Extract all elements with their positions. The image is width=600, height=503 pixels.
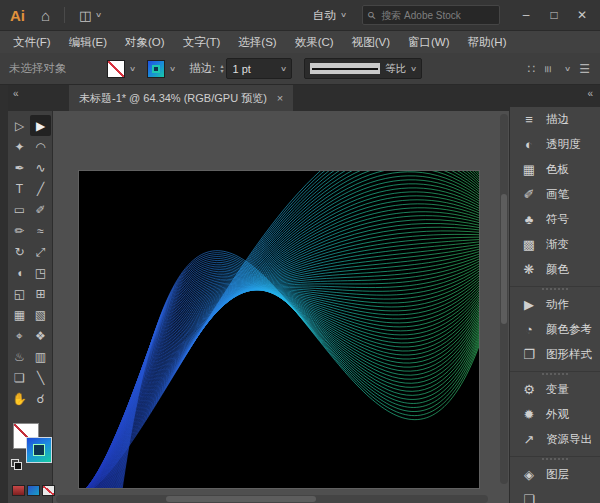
- curvature-tool[interactable]: ∿: [30, 157, 51, 178]
- minimize-button[interactable]: –: [512, 2, 540, 28]
- vertical-scrollbar-thumb[interactable]: [501, 194, 507, 324]
- selection-status: 未选择对象: [9, 61, 95, 76]
- panel-item-stroke[interactable]: ≡描边: [510, 107, 600, 132]
- stroke-weight-stepper[interactable]: ▴ ▾: [220, 64, 223, 74]
- panel-menu-icon[interactable]: ☰: [579, 62, 590, 76]
- rectangle-tool[interactable]: ▭: [9, 199, 30, 220]
- menu-item-8[interactable]: 帮助(H): [459, 31, 516, 53]
- panel-item-color[interactable]: ❋颜色: [510, 257, 600, 282]
- stroke-profile-dropdown[interactable]: 等比 ∨: [304, 58, 422, 79]
- default-fill-stroke-icon[interactable]: [11, 459, 22, 470]
- gradient-button[interactable]: [27, 485, 40, 496]
- menu-item-7[interactable]: 窗口(W): [399, 31, 459, 53]
- panel-item-transparency[interactable]: ◐透明度: [510, 132, 600, 157]
- menu-item-6[interactable]: 视图(V): [343, 31, 399, 53]
- panel-item-asset-export[interactable]: ↗资源导出: [510, 427, 600, 452]
- panel-item-gradient[interactable]: ▩渐变: [510, 232, 600, 257]
- stroke-color-swatch[interactable]: [147, 60, 165, 78]
- slice-tool[interactable]: ╲: [30, 367, 51, 388]
- panel-group-divider: [510, 282, 600, 292]
- chevron-down-icon[interactable]: ∨: [564, 65, 571, 73]
- panel-item-symbols[interactable]: ♣符号: [510, 207, 600, 232]
- scale-tool[interactable]: ⤢: [30, 241, 51, 262]
- blend-tool[interactable]: ❖: [30, 325, 51, 346]
- panel-item-label: 图层: [546, 467, 569, 482]
- paintbrush-tool[interactable]: ✐: [30, 199, 51, 220]
- line-segment-tool[interactable]: ╱: [30, 178, 51, 199]
- canvas-pasteboard[interactable]: [53, 111, 509, 503]
- selection-tool[interactable]: ▷: [9, 115, 30, 136]
- transform-icon[interactable]: ∷: [527, 62, 535, 76]
- mesh-tool[interactable]: ▦: [9, 304, 30, 325]
- magic-wand-tool[interactable]: ✦: [9, 136, 30, 157]
- pencil-tool[interactable]: ✏: [9, 220, 30, 241]
- fill-color-swatch[interactable]: [107, 60, 125, 78]
- search-input[interactable]: [379, 9, 494, 22]
- panel-item-swatches[interactable]: ▦色板: [510, 157, 600, 182]
- close-button[interactable]: ✕: [568, 2, 596, 28]
- menu-item-4[interactable]: 选择(S): [229, 31, 285, 53]
- menu-item-2[interactable]: 对象(O): [116, 31, 174, 53]
- workspace-switcher[interactable]: 自动 ∨: [313, 8, 346, 23]
- zoom-tool[interactable]: ☌: [30, 388, 51, 409]
- panel-item-brushes[interactable]: ✐画笔: [510, 182, 600, 207]
- direct-selection-tool[interactable]: ▶: [30, 115, 51, 136]
- gradient-tool[interactable]: ▧: [30, 304, 51, 325]
- panel-item-graphic-styles[interactable]: ❐图形样式: [510, 342, 600, 367]
- panel-item-label: 动作: [546, 297, 569, 312]
- stock-search-box[interactable]: ⚲: [362, 5, 500, 25]
- menu-item-3[interactable]: 文字(T): [174, 31, 230, 53]
- tab-close-icon[interactable]: ×: [277, 92, 283, 104]
- panel-item-color-guide[interactable]: ◔颜色参考: [510, 317, 600, 342]
- home-icon[interactable]: ⌂: [41, 7, 50, 24]
- panel-item-layers[interactable]: ◈图层: [510, 462, 600, 487]
- arrange-documents-icon[interactable]: ◫: [79, 8, 91, 23]
- width-tool[interactable]: ◖: [9, 262, 30, 283]
- chevron-down-icon[interactable]: ∨: [280, 65, 287, 73]
- shaper-tool[interactable]: ≈: [30, 220, 51, 241]
- horizontal-scrollbar[interactable]: [56, 495, 488, 503]
- panel-item-artboards-partial[interactable]: ❏: [510, 487, 600, 503]
- panel-dock-collapse-button[interactable]: «: [510, 85, 600, 107]
- rotate-tool[interactable]: ↻: [9, 241, 30, 262]
- chevron-down-icon[interactable]: ∨: [95, 11, 102, 19]
- vertical-scrollbar[interactable]: [500, 114, 508, 484]
- artboard-tool[interactable]: ❏: [9, 367, 30, 388]
- symbol-sprayer-tool[interactable]: ♨: [9, 346, 30, 367]
- document-tab[interactable]: 未标题-1* @ 64.34% (RGB/GPU 预览) ×: [69, 85, 293, 111]
- eyedropper-tool[interactable]: ⌖: [9, 325, 30, 346]
- column-graph-tool[interactable]: ▥: [30, 346, 51, 367]
- horizontal-scrollbar-thumb[interactable]: [166, 496, 316, 502]
- brushes-icon: ✐: [521, 187, 537, 202]
- maximize-button[interactable]: □: [540, 2, 568, 28]
- stroke-swatch-gradient[interactable]: [26, 437, 52, 463]
- app-logo: Ai: [10, 7, 25, 24]
- actions-icon: ▶: [521, 297, 537, 312]
- control-bar: 未选择对象 ∨ ∨ 描边: ▴ ▾ 1 pt ∨ 等比 ∨ ∷ ≡ ∨ ☰: [0, 53, 600, 85]
- stroke-profile-preview: [310, 63, 380, 74]
- panel-item-variables[interactable]: ⚙变量: [510, 377, 600, 402]
- align-icon[interactable]: ≡: [541, 65, 555, 72]
- perspective-grid-tool[interactable]: ⊞: [30, 283, 51, 304]
- pen-tool[interactable]: ✒: [9, 157, 30, 178]
- chevron-down-icon[interactable]: ∨: [129, 65, 136, 73]
- hand-tool[interactable]: ✋: [9, 388, 30, 409]
- type-tool[interactable]: T: [9, 178, 30, 199]
- stroke-weight-field[interactable]: 1 pt ∨: [226, 58, 292, 79]
- chevron-down-icon[interactable]: ∨: [169, 65, 176, 73]
- panel-item-actions[interactable]: ▶动作: [510, 292, 600, 317]
- free-transform-tool[interactable]: ◳: [30, 262, 51, 283]
- lasso-tool[interactable]: ◠: [30, 136, 51, 157]
- tools-collapse-button[interactable]: «: [8, 85, 52, 111]
- panel-item-appearance[interactable]: ✹外观: [510, 402, 600, 427]
- stroke-icon: ≡: [521, 112, 537, 127]
- color-button[interactable]: [12, 485, 25, 496]
- menu-item-0[interactable]: 文件(F): [4, 31, 60, 53]
- menu-item-1[interactable]: 编辑(E): [60, 31, 116, 53]
- shape-builder-tool[interactable]: ◱: [9, 283, 30, 304]
- document-title: 未标题-1* @ 64.34% (RGB/GPU 预览): [79, 91, 267, 106]
- transparency-icon: ◐: [521, 137, 537, 152]
- stepper-down-icon[interactable]: ▾: [220, 69, 223, 74]
- menu-item-5[interactable]: 效果(C): [286, 31, 343, 53]
- artboard[interactable]: [79, 171, 479, 488]
